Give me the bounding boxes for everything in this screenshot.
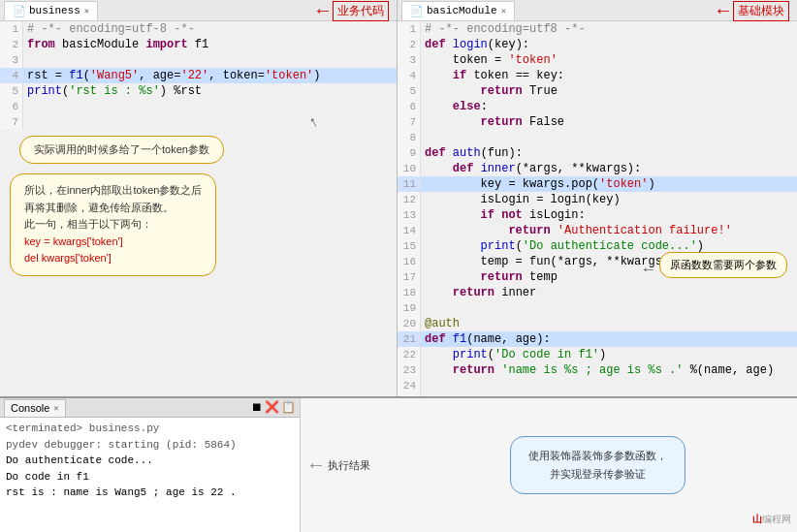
left-header-annotation: ← 业务代码 bbox=[317, 0, 397, 21]
line-content-6 bbox=[23, 99, 27, 114]
editor-area: 📄 business ✕ ← 业务代码 1 # -*- encoding=utf… bbox=[0, 0, 797, 396]
rln-2: 2 bbox=[398, 37, 421, 52]
rln-23: 23 bbox=[398, 362, 421, 378]
rlc-6: else: bbox=[421, 99, 488, 114]
console-area: Console ✕ ⏹ ❌ 📋 <terminated> business.py… bbox=[0, 396, 797, 532]
bubble1-text: 实际调用的时候多给了一个token参数 bbox=[19, 136, 224, 164]
rlc-14: return 'Authentication failure!' bbox=[421, 223, 732, 238]
line-num-6: 6 bbox=[0, 99, 23, 114]
output-line-1: Do authenticate code... bbox=[6, 454, 153, 466]
left-arrow-icon: ← bbox=[317, 0, 329, 22]
line-content-2: from basicModule import f1 bbox=[23, 37, 208, 52]
left-code-editor[interactable]: 1 # -*- encoding=utf-8 -*- 2 from basicM… bbox=[0, 21, 397, 396]
left-tab-bar: 📄 business ✕ ← 业务代码 bbox=[0, 0, 397, 21]
rln-9: 9 bbox=[398, 145, 421, 161]
rln-20: 20 bbox=[398, 316, 421, 331]
right-line-24: 24 bbox=[398, 378, 797, 393]
exec-result-container: ← 执行结果 bbox=[310, 454, 370, 477]
rln-16: 16 bbox=[398, 254, 421, 269]
console-toolbar: ⏹ ❌ 📋 bbox=[251, 400, 296, 415]
bubble2-line3: 此一句，相当于以下两句： bbox=[24, 218, 152, 230]
rlc-12: isLogin = login(key) bbox=[421, 192, 621, 207]
right-line-18: 18 return inner bbox=[398, 285, 797, 300]
rlc-10: def inner(*args, **kwargs): bbox=[421, 161, 641, 176]
code-line-4: 4 rst = f1('Wang5', age='22', token='tok… bbox=[0, 68, 397, 83]
f1-params-arrow: ← bbox=[641, 261, 656, 278]
left-tab[interactable]: 📄 business ✕ bbox=[4, 1, 98, 20]
console-icon-1[interactable]: ⏹ bbox=[251, 400, 263, 415]
exec-result-arrow: ← bbox=[310, 454, 322, 477]
decorator-text2: 并实现登录传参验证 bbox=[550, 468, 646, 480]
rln-21: 21 bbox=[398, 331, 421, 347]
rlc-25 bbox=[421, 393, 425, 396]
left-tab-label: business bbox=[29, 5, 80, 16]
right-line-2: 2 def login(key): bbox=[398, 37, 797, 52]
exec-result-label: 执行结果 bbox=[328, 458, 370, 473]
line-num-2: 2 bbox=[0, 37, 23, 52]
rlc-19 bbox=[421, 300, 425, 316]
line-content-5: print('rst is : %s') %rst bbox=[23, 83, 202, 99]
right-line-7: 7 return False bbox=[398, 114, 797, 130]
line-content-1: # -*- encoding=utf-8 -*- bbox=[23, 21, 195, 37]
right-line-6: 6 else: bbox=[398, 99, 797, 114]
console-tab[interactable]: Console ✕ bbox=[4, 399, 66, 417]
decorator-text1: 使用装饰器装饰多参数函数， bbox=[528, 450, 667, 461]
decorator-annotation-bubble: 使用装饰器装饰多参数函数， 并实现登录传参验证 bbox=[510, 436, 685, 493]
output-line-2: Do code in f1 bbox=[6, 471, 89, 483]
right-tab-bar: 📄 basicModule ✕ ← 基础模块 bbox=[398, 0, 797, 21]
right-line-13: 13 if not isLogin: bbox=[398, 207, 797, 223]
code-line-2: 2 from basicModule import f1 bbox=[0, 37, 397, 52]
console-icon-3[interactable]: 📋 bbox=[281, 400, 296, 415]
rln-22: 22 bbox=[398, 347, 421, 362]
right-code-area: 📄 basicModule ✕ ← 基础模块 1 # -*- encoding=… bbox=[398, 0, 797, 396]
rln-4: 4 bbox=[398, 68, 421, 83]
rln-24: 24 bbox=[398, 378, 421, 393]
rln-18: 18 bbox=[398, 285, 421, 300]
right-tab-label: basicModule bbox=[427, 5, 497, 16]
annotation-bubble-1: 实际调用的时候多给了一个token参数 ↑ bbox=[19, 136, 377, 164]
rln-11: 11 bbox=[398, 176, 421, 192]
pydev-text: pydev debugger: starting (pid: 5864) bbox=[6, 439, 237, 451]
right-tab-icon: 📄 bbox=[410, 5, 424, 17]
bubble1-label: 实际调用的时候多给了一个token参数 bbox=[34, 143, 209, 155]
bubble2-text: 所以，在inner内部取出token参数之后 再将其删除，避免传给原函数。 此一… bbox=[10, 173, 216, 276]
right-tab[interactable]: 📄 basicModule ✕ bbox=[401, 1, 515, 20]
right-line-23: 23 return 'name is %s ; age is %s .' %(n… bbox=[398, 362, 797, 378]
rlc-20: @auth bbox=[421, 316, 460, 331]
rlc-17: return temp bbox=[421, 269, 558, 285]
right-line-11: 11 key = kwargs.pop('token') bbox=[398, 176, 797, 192]
console-tab-bar: Console ✕ ⏹ ❌ 📋 bbox=[0, 398, 300, 418]
rlc-5: return True bbox=[421, 83, 558, 99]
right-line-10: 10 def inner(*args, **kwargs): bbox=[398, 161, 797, 176]
bubble2-line2: 再将其删除，避免传给原函数。 bbox=[24, 202, 174, 213]
annotation-bubble-2-area: 所以，在inner内部取出token参数之后 再将其删除，避免传给原函数。 此一… bbox=[10, 173, 387, 276]
line-num-7: 7 bbox=[0, 114, 23, 130]
right-code-editor[interactable]: 1 # -*- encoding=utf8 -*- 2 def login(ke… bbox=[398, 21, 797, 396]
line-num-3: 3 bbox=[0, 52, 23, 68]
rlc-4: if token == key: bbox=[421, 68, 564, 83]
right-arrow-icon: ← bbox=[717, 0, 729, 22]
right-line-4: 4 if token == key: bbox=[398, 68, 797, 83]
console-icon-2[interactable]: ❌ bbox=[265, 400, 279, 415]
watermark: 山编程网 bbox=[752, 513, 791, 526]
code-line-1: 1 # -*- encoding=utf-8 -*- bbox=[0, 21, 397, 37]
console-tab-close[interactable]: ✕ bbox=[53, 403, 58, 414]
right-tab-close[interactable]: ✕ bbox=[501, 6, 506, 16]
console-output-1: Do authenticate code... bbox=[6, 453, 294, 469]
left-header-label: 业务代码 bbox=[333, 1, 389, 21]
rln-5: 5 bbox=[398, 83, 421, 99]
code-line-7: 7 bbox=[0, 114, 397, 130]
output-line-3: rst is : name is Wang5 ; age is 22 . bbox=[6, 486, 237, 498]
rln-14: 14 bbox=[398, 223, 421, 238]
right-line-5: 5 return True bbox=[398, 83, 797, 99]
line-num-1: 1 bbox=[0, 21, 23, 37]
console-left-panel: Console ✕ ⏹ ❌ 📋 <terminated> business.py… bbox=[0, 398, 301, 532]
console-right-panel: 使用装饰器装饰多参数函数， 并实现登录传参验证 bbox=[398, 398, 797, 532]
rlc-18: return inner bbox=[421, 285, 536, 300]
code-line-5: 5 print('rst is : %s') %rst bbox=[0, 83, 397, 99]
code-line-3: 3 bbox=[0, 52, 397, 68]
right-header-annotation: ← 基础模块 bbox=[717, 0, 797, 21]
console-output-3: rst is : name is Wang5 ; age is 22 . bbox=[6, 485, 294, 501]
rlc-9: def auth(fun): bbox=[421, 145, 523, 161]
left-tab-close[interactable]: ✕ bbox=[84, 6, 89, 16]
